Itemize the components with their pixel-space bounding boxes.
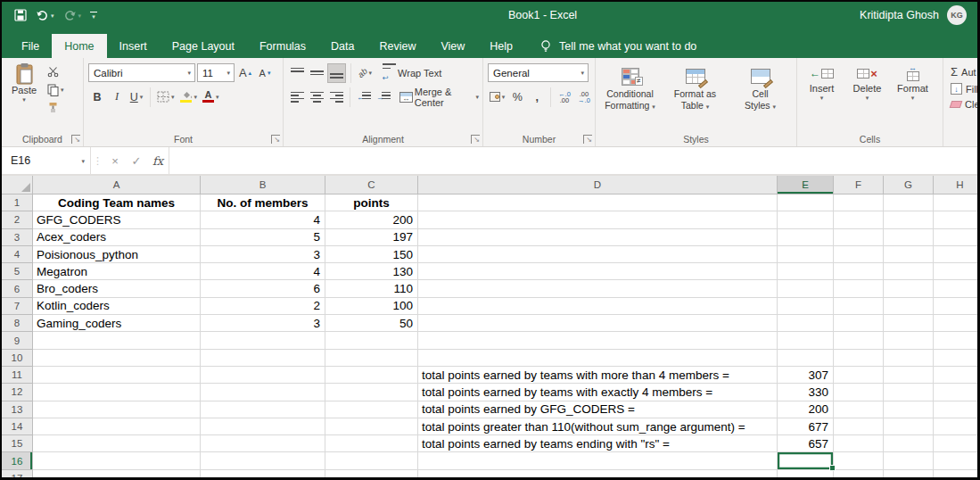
row-header-9[interactable]: 9	[2, 332, 33, 349]
tab-formulas[interactable]: Formulas	[247, 34, 318, 58]
cell-E5[interactable]	[778, 263, 834, 280]
cell-H8[interactable]	[934, 315, 977, 332]
fill-button[interactable]: ↓ Fill	[951, 83, 977, 95]
cell-F11[interactable]	[834, 367, 884, 384]
cell-C10[interactable]	[325, 350, 418, 367]
cell-B9[interactable]	[201, 332, 325, 349]
cell-G7[interactable]	[884, 298, 934, 315]
cell-G15[interactable]	[884, 435, 934, 452]
cell-F8[interactable]	[834, 315, 884, 332]
cell-H16[interactable]	[934, 452, 977, 469]
tab-review[interactable]: Review	[366, 34, 428, 58]
cell-H17[interactable]	[934, 470, 977, 477]
row-header-13[interactable]: 13	[2, 401, 33, 418]
column-header-D[interactable]: D	[418, 176, 778, 194]
increase-decimal-button[interactable]: ←.0.00	[556, 87, 573, 107]
shrink-font-button[interactable]: A▾	[256, 63, 274, 83]
cell-A6[interactable]: Bro_coders	[33, 280, 201, 297]
number-dialog-launcher[interactable]: ↘	[583, 135, 592, 144]
row-header-5[interactable]: 5	[2, 263, 33, 280]
cell-B11[interactable]	[201, 367, 325, 384]
column-header-C[interactable]: C	[325, 176, 418, 194]
cell-G4[interactable]	[884, 246, 934, 263]
cell-E2[interactable]	[778, 211, 834, 228]
cell-C9[interactable]	[325, 332, 418, 349]
cell-A7[interactable]: Kotlin_coders	[33, 298, 201, 315]
comma-style-button[interactable]: ,	[528, 87, 546, 107]
cell-G2[interactable]	[884, 211, 934, 228]
column-header-A[interactable]: A	[33, 176, 201, 194]
delete-cells-button[interactable]: × Delete ▾	[844, 61, 890, 130]
account-area[interactable]: Kritidipta Ghosh KG	[860, 2, 967, 29]
percent-style-button[interactable]: %	[508, 87, 526, 107]
cell-styles-button[interactable]: Cell Styles ▾	[728, 61, 793, 130]
row-header-8[interactable]: 8	[2, 315, 33, 332]
row-header-1[interactable]: 1	[2, 194, 33, 211]
align-right-button[interactable]	[327, 87, 345, 107]
cell-B13[interactable]	[201, 401, 325, 418]
cell-D15[interactable]: total points earned by teams ending with…	[418, 435, 778, 452]
cell-G1[interactable]	[884, 194, 934, 211]
row-header-11[interactable]: 11	[2, 367, 33, 384]
cell-G6[interactable]	[884, 280, 934, 297]
cell-E15[interactable]: 657	[778, 435, 834, 452]
cell-A15[interactable]	[33, 435, 201, 452]
cell-H1[interactable]	[934, 194, 977, 211]
cell-D6[interactable]	[418, 280, 778, 297]
insert-function-icon[interactable]: fx	[147, 154, 169, 168]
cell-F4[interactable]	[834, 246, 884, 263]
cell-F16[interactable]	[834, 452, 884, 469]
undo-button[interactable]: ▾	[36, 10, 54, 21]
font-size-combo[interactable]: 11 ▾	[197, 63, 235, 82]
cell-C13[interactable]	[325, 401, 418, 418]
font-dialog-launcher[interactable]: ↘	[271, 135, 280, 144]
cell-C6[interactable]: 110	[325, 280, 418, 297]
save-button[interactable]	[14, 9, 27, 21]
format-cells-button[interactable]: ↔ Format ▾	[890, 61, 935, 130]
cell-D10[interactable]	[418, 350, 778, 367]
cell-C15[interactable]	[325, 435, 418, 452]
tab-file[interactable]: File	[9, 34, 52, 58]
cell-G13[interactable]	[884, 401, 934, 418]
cell-A9[interactable]	[33, 332, 201, 349]
align-center-button[interactable]	[308, 87, 325, 107]
cell-F14[interactable]	[834, 418, 884, 435]
decrease-indent-button[interactable]: ←	[355, 87, 373, 107]
alignment-dialog-launcher[interactable]: ↘	[471, 135, 480, 144]
cell-F10[interactable]	[834, 350, 884, 367]
row-header-17[interactable]: 17	[2, 470, 33, 477]
fill-color-button[interactable]: ▾	[178, 87, 200, 107]
tell-me-box[interactable]: Tell me what you want to do	[539, 34, 696, 58]
cell-D16[interactable]	[418, 452, 778, 469]
align-left-button[interactable]	[288, 87, 306, 107]
cell-C1[interactable]: points	[325, 194, 418, 211]
cell-F3[interactable]	[834, 229, 884, 246]
cell-E11[interactable]: 307	[778, 367, 834, 384]
cell-A11[interactable]	[33, 367, 201, 384]
column-header-E[interactable]: E	[778, 176, 834, 194]
cell-F15[interactable]	[834, 435, 884, 452]
column-header-B[interactable]: B	[201, 176, 325, 194]
cell-B14[interactable]	[201, 418, 325, 435]
align-bottom-button[interactable]	[327, 63, 346, 83]
cell-D7[interactable]	[418, 298, 778, 315]
align-middle-button[interactable]	[308, 63, 325, 83]
clear-button[interactable]: Clea	[951, 99, 977, 110]
cell-E12[interactable]: 330	[778, 384, 834, 401]
cell-D2[interactable]	[418, 211, 778, 228]
cell-G14[interactable]	[884, 418, 934, 435]
accounting-format-button[interactable]: ▾	[488, 87, 506, 107]
clipboard-dialog-launcher[interactable]: ↘	[71, 135, 80, 144]
cell-E1[interactable]	[778, 194, 834, 211]
cell-A4[interactable]: Poisionous_python	[33, 246, 201, 263]
cell-D8[interactable]	[418, 315, 778, 332]
cell-H9[interactable]	[934, 332, 977, 349]
redo-button[interactable]: ▾	[63, 10, 82, 21]
tab-insert[interactable]: Insert	[107, 34, 160, 58]
cell-G9[interactable]	[884, 332, 934, 349]
cell-A16[interactable]	[33, 452, 201, 469]
cell-H13[interactable]	[934, 401, 977, 418]
wrap-text-button[interactable]: ↩ Wrap Text	[381, 63, 443, 83]
row-header-2[interactable]: 2	[2, 211, 33, 228]
cell-B7[interactable]: 2	[201, 298, 325, 315]
